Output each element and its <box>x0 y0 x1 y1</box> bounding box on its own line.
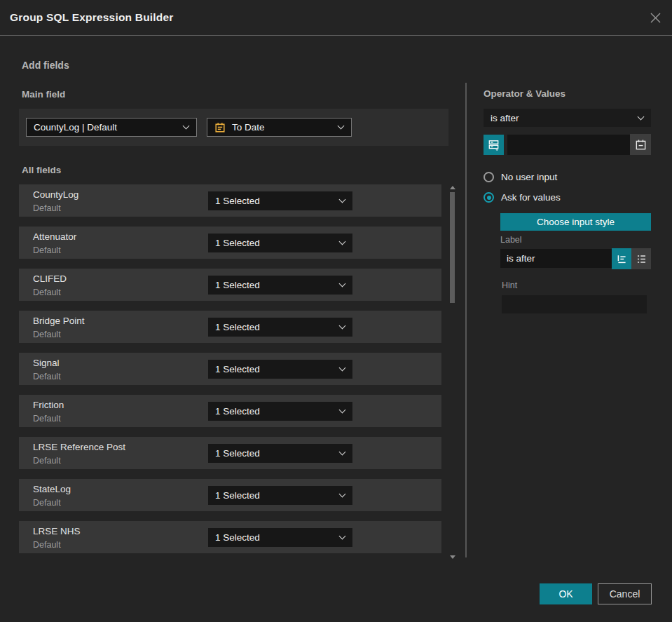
date-field-dropdown-value: To Date <box>232 122 265 133</box>
scrollbar-down-arrow-icon[interactable] <box>450 555 455 559</box>
operator-values-heading: Operator & Values <box>484 88 565 99</box>
cancel-button[interactable]: Cancel <box>598 583 652 604</box>
calendar-icon <box>214 122 226 133</box>
field-row: LRSE Reference Post Default 1 Selected <box>19 437 441 469</box>
hint-input[interactable] <box>502 295 647 313</box>
scrollbar-thumb[interactable] <box>450 192 455 303</box>
main-field-heading: Main field <box>22 89 65 100</box>
value-source-button[interactable] <box>484 135 504 155</box>
hint-caption: Hint <box>502 280 517 290</box>
field-type-label: Default <box>33 372 61 381</box>
chevron-down-icon <box>339 491 346 498</box>
radio-circle-icon <box>484 172 494 182</box>
field-row: Friction Default 1 Selected <box>19 395 441 427</box>
title-bar: Group SQL Expression Builder <box>0 0 672 36</box>
chevron-down-icon <box>338 123 345 130</box>
field-type-label: Default <box>33 288 61 297</box>
chevron-down-icon <box>339 196 346 203</box>
group-sql-expression-builder-dialog: Group SQL Expression Builder Add fields … <box>0 0 672 622</box>
field-name: Signal <box>33 358 60 368</box>
field-selection-dropdown[interactable]: 1 Selected <box>208 528 352 547</box>
list-input-style-toggle[interactable] <box>631 248 651 269</box>
chevron-down-icon <box>339 449 346 456</box>
radio-label: Ask for values <box>501 192 561 203</box>
main-field-dropdown-value: CountyLog | Default <box>34 122 117 133</box>
field-selection-value: 1 Selected <box>215 196 260 206</box>
field-type-label: Default <box>33 456 61 466</box>
field-row: StateLog Default 1 Selected <box>19 479 441 511</box>
field-selection-dropdown[interactable]: 1 Selected <box>208 402 352 421</box>
radio-label: No user input <box>501 172 557 182</box>
field-name: LRSE Reference Post <box>33 442 125 452</box>
field-row: Bridge Point Default 1 Selected <box>19 311 441 343</box>
field-selection-dropdown[interactable]: 1 Selected <box>208 191 352 210</box>
field-row: Attenuator Default 1 Selected <box>19 227 441 259</box>
radio-no-user-input[interactable]: No user input <box>484 172 557 182</box>
operator-dropdown-value: is after <box>491 113 519 123</box>
field-selection-value: 1 Selected <box>215 448 260 459</box>
close-icon[interactable] <box>647 10 663 25</box>
chevron-down-icon <box>339 533 346 540</box>
chevron-down-icon <box>339 365 346 372</box>
align-left-icon <box>616 253 628 265</box>
field-type-label: Default <box>33 414 61 424</box>
field-selection-value: 1 Selected <box>215 280 260 290</box>
fields-list-scrollbar[interactable] <box>449 184 456 561</box>
value-input[interactable] <box>507 135 630 155</box>
label-caption: Label <box>500 235 522 245</box>
date-field-dropdown[interactable]: To Date <box>207 118 352 137</box>
chevron-down-icon <box>339 323 346 330</box>
calendar-icon <box>635 139 647 151</box>
field-selection-value: 1 Selected <box>215 364 260 374</box>
field-selection-dropdown[interactable]: 1 Selected <box>208 360 352 379</box>
radio-circle-icon <box>484 192 494 203</box>
add-fields-heading: Add fields <box>22 60 69 71</box>
field-row: Signal Default 1 Selected <box>19 353 441 385</box>
radio-ask-for-values[interactable]: Ask for values <box>484 192 561 203</box>
operator-dropdown[interactable]: is after <box>484 109 651 127</box>
chevron-down-icon <box>183 123 190 130</box>
field-selection-value: 1 Selected <box>215 238 260 248</box>
main-field-panel: CountyLog | Default To Date <box>19 109 448 146</box>
field-name: Bridge Point <box>33 316 85 326</box>
field-row: CountyLog Default 1 Selected <box>19 184 441 217</box>
field-selection-dropdown[interactable]: 1 Selected <box>208 486 352 505</box>
scrollbar-up-arrow-icon[interactable] <box>450 186 455 189</box>
field-selection-value: 1 Selected <box>215 532 260 543</box>
all-fields-list: CountyLog Default 1 Selected Attenuator … <box>19 184 441 563</box>
dialog-title: Group SQL Expression Builder <box>10 11 174 24</box>
field-selection-dropdown[interactable]: 1 Selected <box>208 234 352 252</box>
field-selection-value: 1 Selected <box>215 322 260 332</box>
chevron-down-icon <box>638 113 645 120</box>
field-name: StateLog <box>33 484 71 494</box>
calendar-picker-button[interactable] <box>630 134 651 155</box>
choose-input-style-button[interactable]: Choose input style <box>500 213 651 231</box>
bulleted-list-icon <box>636 253 647 265</box>
ok-button[interactable]: OK <box>540 583 592 604</box>
chevron-down-icon <box>339 238 346 245</box>
field-selection-value: 1 Selected <box>215 406 260 417</box>
all-fields-heading: All fields <box>22 165 61 175</box>
field-name: LRSE NHS <box>33 526 81 536</box>
field-selection-dropdown[interactable]: 1 Selected <box>208 276 352 295</box>
field-selection-dropdown[interactable]: 1 Selected <box>208 318 352 337</box>
field-name: Attenuator <box>33 231 76 242</box>
field-type-label: Default <box>33 245 61 255</box>
field-name: CountyLog <box>33 189 78 200</box>
field-name: Friction <box>33 400 64 410</box>
main-field-dropdown[interactable]: CountyLog | Default <box>26 118 197 137</box>
field-selection-dropdown[interactable]: 1 Selected <box>208 444 352 463</box>
single-input-style-toggle[interactable] <box>612 248 631 269</box>
field-name: CLIFED <box>33 273 67 284</box>
chevron-down-icon <box>339 407 346 414</box>
field-row: CLIFED Default 1 Selected <box>19 269 441 301</box>
field-type-label: Default <box>33 498 61 508</box>
chevron-down-icon <box>339 280 346 288</box>
field-type-label: Default <box>33 540 61 550</box>
field-selection-value: 1 Selected <box>215 490 260 501</box>
field-type-label: Default <box>33 330 61 339</box>
field-type-label: Default <box>33 203 61 213</box>
field-row: LRSE NHS Default 1 Selected <box>19 521 441 553</box>
stack-icon <box>488 139 500 151</box>
label-input[interactable] <box>500 249 612 268</box>
